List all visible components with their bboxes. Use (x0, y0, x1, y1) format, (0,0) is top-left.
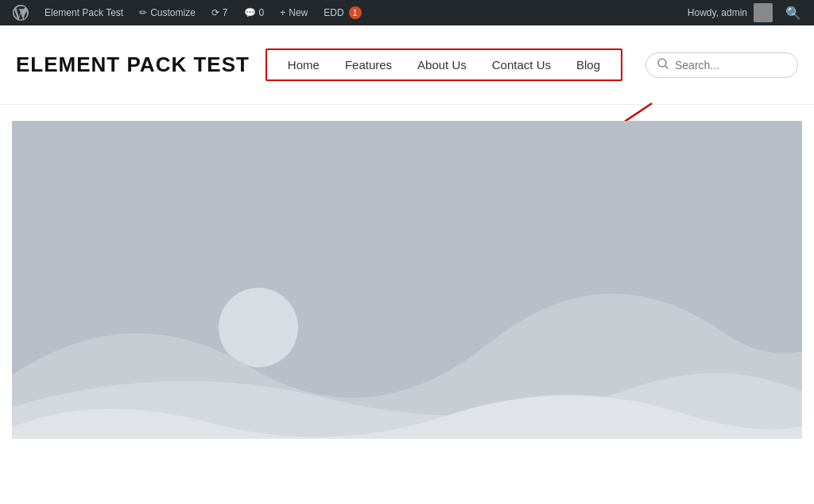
admin-site-title[interactable]: Element Pack Test (38, 0, 130, 25)
svg-point-5 (219, 288, 298, 367)
howdy-button[interactable]: Howdy, admin (681, 3, 779, 22)
updates-button[interactable]: ⟳ 7 (205, 0, 235, 25)
customize-button[interactable]: ✏ Customize (133, 0, 202, 25)
site-header: ELEMENT PACK TEST Home Features About Us… (0, 25, 814, 105)
admin-avatar (754, 3, 773, 22)
customize-icon: ✏ (139, 7, 147, 18)
svg-line-1 (665, 66, 668, 68)
admin-bar-right: Howdy, admin 🔍 (681, 3, 808, 22)
wp-logo-button[interactable] (6, 0, 35, 25)
search-input[interactable] (675, 59, 786, 72)
search-admin-icon: 🔍 (785, 6, 801, 21)
main-nav: Home Features About Us Contact Us Blog (266, 48, 622, 81)
comments-icon: 💬 (244, 7, 256, 18)
edd-button[interactable]: EDD 1 (317, 0, 367, 25)
nav-home[interactable]: Home (275, 55, 332, 75)
nav-contact[interactable]: Contact Us (479, 55, 564, 75)
updates-icon: ⟳ (211, 7, 219, 18)
admin-bar: Element Pack Test ✏ Customize ⟳ 7 💬 0 + … (0, 0, 814, 25)
nav-about[interactable]: About Us (405, 55, 479, 75)
nav-blog[interactable]: Blog (564, 55, 613, 75)
edd-badge: 1 (349, 6, 362, 19)
search-area[interactable] (645, 52, 798, 78)
new-content-button[interactable]: + New (273, 0, 314, 25)
comments-button[interactable]: 💬 0 (238, 0, 271, 25)
plus-icon: + (280, 7, 285, 18)
search-admin-button[interactable]: 🔍 (779, 6, 808, 21)
hero-section (12, 121, 802, 439)
search-icon (657, 58, 669, 72)
nav-features[interactable]: Features (332, 55, 405, 75)
site-title: ELEMENT PACK TEST (16, 52, 250, 77)
